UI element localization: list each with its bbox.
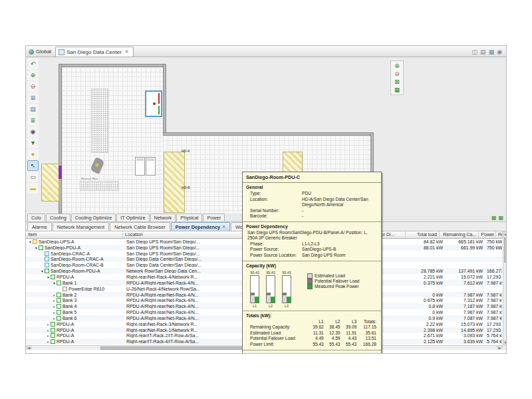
- scroll-up-icon[interactable]: ▲: [503, 231, 507, 237]
- expand-closed-icon[interactable]: ▸: [46, 339, 51, 344]
- window-control-icon[interactable]: ◉: [497, 49, 502, 55]
- view-tab-power[interactable]: Power: [203, 213, 225, 221]
- column-header-8[interactable]: Re...: [496, 231, 503, 238]
- totals-row: Remaining Capacity:39.6238.4539.09117.15: [246, 325, 378, 331]
- bank-icon: [57, 293, 61, 297]
- wall-north: [59, 64, 166, 67]
- lock-icon[interactable]: ●: [27, 149, 39, 160]
- ups-icon: [33, 239, 37, 244]
- expand-open-icon[interactable]: ▾: [40, 269, 45, 273]
- cabinet-door-2: [146, 157, 156, 176]
- browser-tab-alarms[interactable]: Alarms: [27, 222, 52, 231]
- breaker-path: San Diego UPS Room/SanDiego-PDU-B/Panel-…: [246, 230, 378, 241]
- layers-icon[interactable]: ▤: [27, 104, 39, 114]
- application-window: Global San Diego Data Center ✕ ◫▤▦◉ ↶⊕⊖⊞…: [25, 45, 507, 354]
- expand-open-icon[interactable]: ▾: [52, 281, 57, 285]
- general-row: Location:HD-A/San Diego Data Center/San …: [246, 197, 378, 208]
- browser-tab-power-dependency[interactable]: Power Dependency✕: [171, 222, 230, 231]
- capacity-heading: Capacity (kW): [246, 263, 378, 268]
- map-zoom-out-icon[interactable]: ⊖: [394, 70, 400, 77]
- item-label: Bank 2: [63, 293, 76, 297]
- expand-closed-icon[interactable]: ▸: [52, 298, 57, 303]
- snapshot-icon[interactable]: ◉: [27, 126, 39, 137]
- column-header-0[interactable]: Item: [26, 231, 123, 238]
- expand-closed-icon[interactable]: ▸: [52, 304, 57, 309]
- bank-icon: [57, 298, 61, 303]
- expand-closed-icon[interactable]: ▸: [52, 310, 57, 315]
- capacity-gauge-l3: 55.43L3: [282, 271, 291, 308]
- bank-icon: [57, 281, 61, 285]
- alarm-dot-icon: [153, 102, 156, 105]
- close-icon[interactable]: ✕: [222, 224, 225, 230]
- capacity-gauge-l1: 55.43L1: [250, 271, 259, 308]
- map-fit-icon[interactable]: ⊠: [394, 78, 400, 85]
- tab-global[interactable]: Global: [26, 47, 55, 57]
- column-header-7[interactable]: Power Limit: [479, 231, 496, 238]
- map-zoom-in-icon[interactable]: ⊕: [394, 63, 400, 69]
- item-label: SanDiego-UPS-A: [39, 239, 74, 244]
- hatched-zone-outside: [41, 164, 59, 201]
- network-row-label: Network Row: [81, 177, 98, 180]
- wall-display-panel[interactable]: [145, 90, 162, 117]
- browser-tab-network-cable-browser[interactable]: Network Cable Browser: [110, 222, 170, 231]
- view-tab-it-optimize[interactable]: IT Optimize: [116, 213, 149, 221]
- window-control-icon[interactable]: ▦: [489, 49, 495, 55]
- view-tab-network[interactable]: Network: [150, 213, 176, 221]
- column-header-1[interactable]: Location: [123, 231, 262, 238]
- vertical-scrollbar[interactable]: ▲ ▼: [503, 231, 507, 345]
- window-corner-icons: ◫▤▦◉: [472, 49, 506, 57]
- pdu-icon: [51, 328, 55, 332]
- expand-closed-icon[interactable]: ▸: [52, 293, 57, 297]
- select-tool-icon[interactable]: ↖: [27, 160, 39, 171]
- device-tooltip: SanDiego-Room-PDU-C General Type:PDULoca…: [242, 172, 382, 354]
- srv-icon: [63, 287, 67, 291]
- scroll-down-icon[interactable]: ▼: [503, 340, 507, 345]
- view-tab-cooling[interactable]: Cooling: [46, 213, 70, 221]
- crac-icon: [45, 251, 49, 256]
- close-icon[interactable]: ✕: [125, 49, 129, 55]
- item-label: Bank 4: [63, 304, 76, 309]
- tab-san-diego-data-center[interactable]: San Diego Data Center ✕: [55, 47, 134, 57]
- wall-inner-horizontal: [163, 132, 374, 136]
- expand-open-icon[interactable]: ▾: [46, 275, 51, 279]
- item-label: RPDU-A: [57, 275, 74, 279]
- expand-closed-icon[interactable]: ▸: [46, 328, 51, 332]
- window-control-icon[interactable]: ◫: [472, 49, 478, 55]
- vscroll-thumb[interactable]: [504, 237, 507, 263]
- item-label: Bank 5: [63, 310, 76, 315]
- export-icon[interactable]: ▼: [27, 138, 39, 148]
- expand-open-icon[interactable]: ▾: [28, 239, 33, 244]
- view-tab-colo[interactable]: Colo: [27, 213, 45, 221]
- general-row: Type:PDU: [246, 191, 378, 197]
- hd-a-row-label: HD-A: [182, 149, 190, 153]
- zoom-out-icon[interactable]: ⊖: [27, 81, 39, 92]
- view-tab-cooling-optimize[interactable]: Cooling Optimize: [71, 213, 116, 221]
- undo-icon[interactable]: ↶: [27, 59, 39, 69]
- browser-tab-network-management[interactable]: Network Management: [53, 222, 109, 231]
- expand-open-icon[interactable]: ▾: [34, 245, 39, 250]
- expand-closed-icon[interactable]: ▸: [52, 316, 57, 321]
- filter-icon[interactable]: ≣: [27, 115, 39, 126]
- bank-icon: [57, 304, 61, 309]
- zoom-in-icon[interactable]: ⊕: [27, 70, 39, 80]
- column-header-6[interactable]: Remaining Ca...: [440, 231, 479, 238]
- pdu-icon: [51, 333, 55, 338]
- wall-inner-vertical: [163, 64, 166, 136]
- item-label: SanDiego-Room-CRAC-A: [51, 257, 104, 261]
- expand-closed-icon[interactable]: ▸: [46, 333, 51, 338]
- map-grid-icon[interactable]: ▦: [394, 86, 400, 93]
- expand-closed-icon[interactable]: ▸: [46, 322, 51, 327]
- power-dependency-row: Power Source:SanDiego-UPS-B: [246, 247, 378, 253]
- item-label: RPDU-A: [57, 328, 74, 332]
- fit-view-icon[interactable]: ⊞: [27, 92, 39, 103]
- view-tab-physical[interactable]: Physical: [176, 213, 202, 221]
- item-label: SanDiego-Room-CRAC-B: [51, 263, 104, 267]
- window-control-icon[interactable]: ▤: [480, 49, 486, 55]
- table-view-icon[interactable]: ▦: [491, 215, 497, 221]
- export-table-icon[interactable]: ▦: [498, 215, 503, 221]
- column-header-5[interactable]: Total load: [406, 231, 440, 238]
- item-label: RPDU-A: [57, 333, 74, 338]
- annotation-icon[interactable]: ▬: [27, 183, 39, 194]
- item-label: Bank 1: [63, 281, 76, 285]
- rectangle-tool-icon[interactable]: ▭: [27, 172, 39, 182]
